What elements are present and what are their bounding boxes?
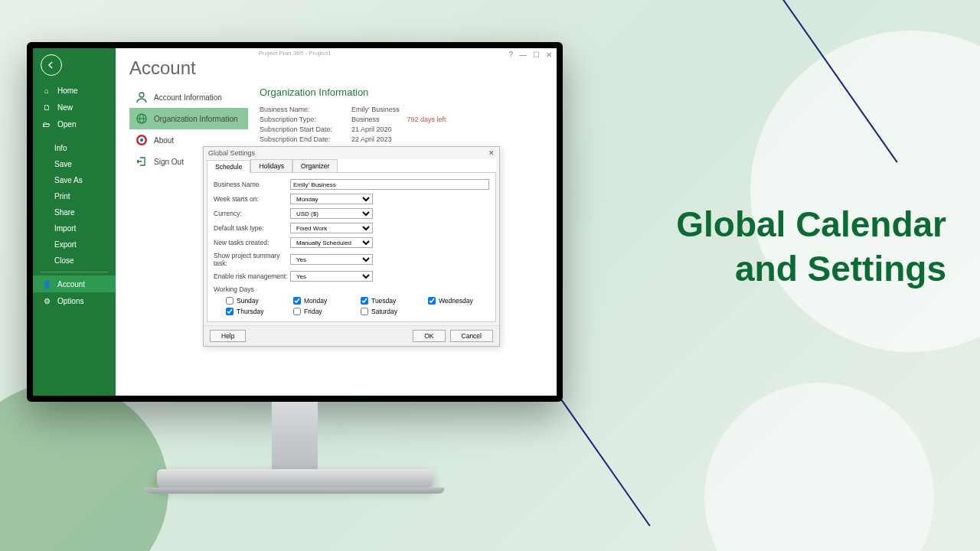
page-title: Account xyxy=(129,57,543,79)
chk-friday[interactable]: Friday xyxy=(293,308,354,315)
nav-label: Save As xyxy=(54,176,83,184)
week-starts-select[interactable]: Monday xyxy=(290,194,373,204)
chk-friday-input[interactable] xyxy=(293,308,301,315)
org-value: Business xyxy=(351,116,380,123)
sidebar-item-print[interactable]: Print xyxy=(33,188,116,204)
help-button[interactable]: Help xyxy=(210,330,246,342)
acct-label: Organization Information xyxy=(154,115,238,123)
tab-organizer[interactable]: Organizer xyxy=(292,159,338,172)
global-settings-dialog: Global Settings ✕ Schedule Holidays Orga… xyxy=(203,146,500,347)
field-label: New tasks created: xyxy=(214,239,290,246)
field-default-task-type: Default task type:Fixed Work xyxy=(214,223,489,233)
dialog-close-button[interactable]: ✕ xyxy=(488,149,495,157)
home-icon: ⌂ xyxy=(42,86,51,95)
sidebar: ⌂Home 🗋New 🗁Open Info Save Save As Print… xyxy=(33,48,116,396)
days-left: 792 days left xyxy=(407,116,446,123)
chk-monday[interactable]: Monday xyxy=(293,297,354,305)
sidebar-item-saveas[interactable]: Save As xyxy=(33,172,116,188)
field-currency: Currency:USD ($) xyxy=(214,208,489,219)
acct-item-org[interactable]: Organization Information xyxy=(129,108,248,129)
cancel-button[interactable]: Cancel xyxy=(450,330,493,342)
sidebar-item-home[interactable]: ⌂Home xyxy=(33,82,116,99)
currency-select[interactable]: USD ($) xyxy=(290,208,373,219)
hero-line1: Global Calendar xyxy=(676,203,946,247)
chk-monday-input[interactable] xyxy=(293,297,301,305)
nav-label: Close xyxy=(54,256,74,265)
back-button[interactable] xyxy=(41,54,62,76)
sidebar-item-account[interactable]: 👤Account xyxy=(33,276,116,292)
info-icon xyxy=(136,134,148,146)
nav-label: Home xyxy=(57,86,78,95)
field-label: Week starts on: xyxy=(214,195,290,203)
nav-label: Save xyxy=(54,160,72,168)
chk-tuesday[interactable]: Tuesday xyxy=(361,297,422,305)
svg-point-0 xyxy=(139,93,144,97)
tab-schedule[interactable]: Schedule xyxy=(207,160,250,173)
field-business-name: Business Name xyxy=(214,179,489,190)
nav-label: Open xyxy=(57,120,76,129)
nav-label: Account xyxy=(57,280,85,289)
bg-circle xyxy=(704,383,934,551)
nav-separator xyxy=(41,272,108,272)
dialog-titlebar: Global Settings ✕ xyxy=(204,147,499,159)
chk-thursday[interactable]: Thursday xyxy=(226,308,287,315)
business-name-input[interactable] xyxy=(290,179,489,190)
sidebar-item-import[interactable]: Import xyxy=(33,220,116,236)
folder-icon: 🗁 xyxy=(42,119,51,129)
sidebar-item-info[interactable]: Info xyxy=(33,140,116,156)
chk-sunday-input[interactable] xyxy=(226,297,234,305)
nav-label: Share xyxy=(54,208,75,217)
org-info-panel: Organization Information Business Name:E… xyxy=(260,86,543,143)
chk-tuesday-input[interactable] xyxy=(361,297,368,305)
person-icon xyxy=(136,91,148,103)
tab-holidays[interactable]: Holidays xyxy=(250,159,292,172)
dialog-body: Business Name Week starts on:Monday Curr… xyxy=(207,173,496,322)
sidebar-item-new[interactable]: 🗋New xyxy=(33,99,116,116)
org-row-sed: Subscription End Date:22 April 2023 xyxy=(260,135,543,143)
org-label: Subscription Type: xyxy=(260,116,351,123)
chk-wednesday-input[interactable] xyxy=(428,297,436,305)
hero-title: Global Calendar and Settings xyxy=(676,203,946,291)
nav-label: Import xyxy=(54,224,76,233)
chk-label: Monday xyxy=(304,297,327,305)
field-show-summary: Show project summary task:Yes xyxy=(214,252,489,267)
default-task-type-select[interactable]: Fixed Work xyxy=(290,223,373,233)
dialog-footer: Help OK Cancel xyxy=(204,325,499,346)
sidebar-item-export[interactable]: Export xyxy=(33,236,116,253)
app-screen: Project Plan 365 - Project1 ? — ☐ ✕ ⌂Hom… xyxy=(33,48,557,396)
risk-mgmt-select[interactable]: Yes xyxy=(290,271,373,282)
sidebar-item-options[interactable]: ⚙Options xyxy=(33,292,116,309)
acct-label: Account Information xyxy=(154,93,222,102)
new-tasks-select[interactable]: Manually Scheduled xyxy=(290,237,373,248)
nav-label: Info xyxy=(54,144,67,152)
chk-saturday-input[interactable] xyxy=(361,308,368,315)
nav-label: Options xyxy=(57,297,83,305)
chk-thursday-input[interactable] xyxy=(226,308,234,315)
sidebar-item-close[interactable]: Close xyxy=(33,253,116,269)
sidebar-item-save[interactable]: Save xyxy=(33,156,116,172)
chk-sunday[interactable]: Sunday xyxy=(226,297,287,305)
chk-wednesday[interactable]: Wednesday xyxy=(428,297,489,305)
chk-label: Thursday xyxy=(237,308,263,315)
org-value: Emily' Business xyxy=(351,106,400,113)
field-new-tasks: New tasks created:Manually Scheduled xyxy=(214,237,489,248)
field-label: Currency: xyxy=(214,210,290,217)
acct-label: About xyxy=(154,136,174,145)
ok-button[interactable]: OK xyxy=(413,330,445,342)
working-days-grid: Sunday Monday Tuesday Wednesday Thursday… xyxy=(214,297,489,315)
file-icon: 🗋 xyxy=(42,103,51,112)
show-summary-select[interactable]: Yes xyxy=(290,254,373,265)
org-info-title: Organization Information xyxy=(260,86,543,98)
chk-label: Saturday xyxy=(371,308,397,315)
user-icon: 👤 xyxy=(42,279,51,289)
field-label: Business Name xyxy=(214,181,290,188)
org-value: 21 April 2020 xyxy=(351,126,392,133)
dialog-tabs: Schedule Holidays Organizer xyxy=(207,159,496,173)
field-label: Default task type: xyxy=(214,224,290,232)
acct-item-info[interactable]: Account Information xyxy=(129,86,248,108)
chk-saturday[interactable]: Saturday xyxy=(361,308,422,315)
sidebar-item-open[interactable]: 🗁Open xyxy=(33,116,116,132)
chk-label: Tuesday xyxy=(371,297,396,305)
sidebar-item-share[interactable]: Share xyxy=(33,204,116,220)
field-label: Show project summary task: xyxy=(214,252,290,267)
